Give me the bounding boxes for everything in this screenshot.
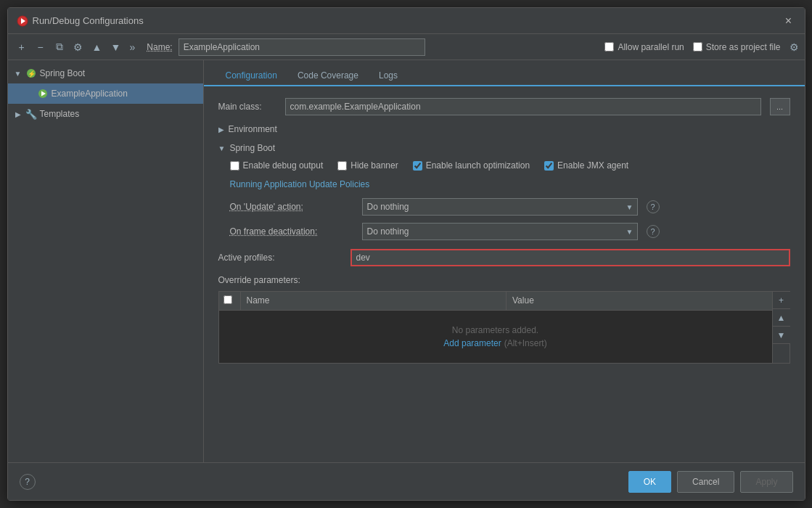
main-class-input[interactable] [285,98,761,115]
expand-templates-icon: ▶ [14,110,22,118]
footer-left: ? [20,474,36,490]
sidebar-item-templates[interactable]: ▶ 🔧 Templates [8,104,203,124]
store-project-checkbox[interactable] [693,42,702,52]
name-label: Name: [147,42,172,52]
params-header-row: Name Value [219,292,772,311]
more-options[interactable]: » [127,41,139,53]
springboot-section-arrow-icon: ▼ [218,144,226,152]
move-up-button[interactable]: ▲ [89,39,105,55]
title-bar: Run/Debug Configurations × [8,8,805,34]
apply-button[interactable]: Apply [740,471,792,493]
environment-arrow-icon: ▶ [218,126,224,134]
add-param-hint: (Alt+Insert) [504,338,547,348]
hide-banner-checkbox[interactable] [337,161,347,171]
params-select-all-checkbox[interactable] [223,295,232,304]
store-project-row[interactable]: Store as project file [693,42,781,52]
params-value-header: Value [507,292,772,310]
on-frame-help-icon[interactable]: ? [647,225,660,238]
example-app-label: ExampleApplication [52,89,128,99]
active-profiles-input[interactable] [350,249,790,266]
enable-launch-checkbox[interactable] [413,161,422,171]
params-add-button[interactable]: + [773,292,790,309]
title-bar-left: Run/Debug Configurations [17,15,144,27]
main-class-label: Main class: [218,102,276,112]
environment-header[interactable]: ▶ Environment [218,124,790,134]
on-update-select-wrapper: Do nothing Update resources Update class… [362,198,638,216]
toolbar: + − ⧉ ⚙ ▲ ▼ » Name: Allow parallel run S… [8,34,805,60]
springboot-icon: ⚡ [25,67,37,79]
params-scroll-down-button[interactable]: ▼ [773,327,790,344]
override-params-section: Override parameters: Name Value [218,275,790,364]
expand-springboot-icon: ▼ [14,69,22,78]
remove-config-button[interactable]: − [33,39,49,55]
allow-parallel-row[interactable]: Allow parallel run [604,42,684,52]
enable-debug-option[interactable]: Enable debug output [230,160,324,171]
tab-configuration[interactable]: Configuration [216,66,287,86]
environment-section: ▶ Environment [218,124,790,134]
templates-label: Templates [40,109,80,119]
dialog-title: Run/Debug Configurations [33,15,144,26]
on-update-label: On 'Update' action: [230,202,353,212]
help-button[interactable]: ? [20,474,36,490]
right-options: Allow parallel run Store as project file… [604,41,798,53]
example-app-icon [37,88,49,99]
on-frame-label: On frame deactivation: [230,226,353,237]
tabs-bar: Configuration Code Coverage Logs [204,60,805,86]
name-row: Name: [147,38,602,56]
copy-config-button[interactable]: ⧉ [52,39,67,55]
hide-banner-option[interactable]: Hide banner [337,160,398,171]
params-area: Name Value No parameters added. Add para… [218,291,790,364]
enable-jmx-checkbox[interactable] [544,161,554,171]
sidebar: ▼ ⚡ Spring Boot ExampleApplica [8,60,204,462]
hide-banner-label: Hide banner [350,160,398,171]
sidebar-item-example-app[interactable]: ExampleApplication [8,83,203,104]
right-panel: Configuration Code Coverage Logs Main cl… [204,60,805,462]
allow-parallel-checkbox[interactable] [604,42,614,52]
main-content: ▼ ⚡ Spring Boot ExampleApplica [8,60,805,462]
params-scroll-up-button[interactable]: ▲ [773,309,790,327]
springboot-section-title: Spring Boot [229,143,275,153]
expand-placeholder [25,89,34,98]
main-class-row: Main class: ... [218,98,790,115]
params-check-header [219,292,241,310]
active-profiles-label: Active profiles: [218,253,342,263]
config-panel: Main class: ... ▶ Environment ▼ Spring B… [204,86,805,462]
enable-debug-label: Enable debug output [243,160,324,171]
policies-title: Running Application Update Policies [230,179,790,189]
dialog-icon [17,15,28,27]
tab-code-coverage[interactable]: Code Coverage [287,66,369,86]
enable-jmx-option[interactable]: Enable JMX agent [544,160,628,171]
sidebar-item-springboot[interactable]: ▼ ⚡ Spring Boot [8,63,203,83]
on-update-help-icon[interactable]: ? [647,200,660,213]
move-down-button[interactable]: ▼ [108,39,124,55]
tab-logs[interactable]: Logs [369,66,408,86]
no-params-text: No parameters added. [234,325,758,335]
active-profiles-row: Active profiles: [218,249,790,266]
springboot-section-header[interactable]: ▼ Spring Boot [218,143,790,153]
settings-config-button[interactable]: ⚙ [70,39,86,55]
ok-button[interactable]: OK [628,471,671,493]
project-gear-icon[interactable]: ⚙ [790,41,799,53]
footer: ? OK Cancel Apply [8,462,805,500]
on-update-select[interactable]: Do nothing Update resources Update class… [362,198,638,216]
enable-launch-label: Enable launch optimization [426,160,530,171]
add-config-button[interactable]: + [14,39,30,55]
override-params-label: Override parameters: [218,275,790,285]
on-frame-select[interactable]: Do nothing Update resources Update class… [362,223,638,240]
on-frame-row: On frame deactivation: Do nothing Update… [230,223,790,240]
name-input[interactable] [179,38,425,56]
store-project-label: Store as project file [706,42,781,52]
add-param-link[interactable]: Add parameter [443,338,501,348]
close-button[interactable]: × [782,14,796,28]
springboot-section: ▼ Spring Boot Enable debug output Hide b… [218,143,790,364]
enable-launch-option[interactable]: Enable launch optimization [413,160,530,171]
enable-jmx-label: Enable JMX agent [557,160,628,171]
enable-debug-checkbox[interactable] [230,161,239,171]
main-class-browse-button[interactable]: ... [770,98,790,115]
cancel-button[interactable]: Cancel [677,471,734,493]
params-empty-area: No parameters added. Add parameter (Alt+… [219,311,772,363]
policies-section: Running Application Update Policies On '… [218,179,790,240]
allow-parallel-label: Allow parallel run [618,42,684,52]
footer-right: OK Cancel Apply [628,471,793,493]
springboot-options-row: Enable debug output Hide banner Enable l… [218,160,790,171]
